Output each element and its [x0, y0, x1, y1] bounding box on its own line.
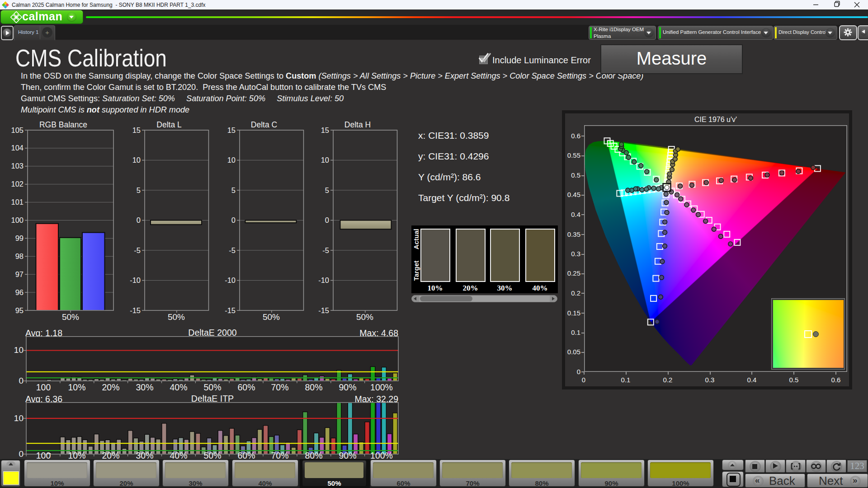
- svg-text:0: 0: [325, 216, 329, 224]
- svg-text:-15: -15: [318, 306, 329, 314]
- svg-text:98: 98: [15, 252, 24, 260]
- svg-text:15: 15: [227, 127, 235, 134]
- svg-text:101: 101: [11, 198, 24, 206]
- svg-text:96: 96: [15, 288, 24, 296]
- svg-text:-10: -10: [318, 276, 329, 284]
- svg-text:100: 100: [11, 216, 24, 224]
- svg-text:-10: -10: [130, 276, 141, 284]
- svg-text:-5: -5: [322, 246, 329, 254]
- svg-text:105: 105: [11, 127, 24, 134]
- svg-text:-10: -10: [225, 276, 236, 284]
- svg-text:-5: -5: [229, 246, 236, 254]
- svg-text:5: 5: [325, 186, 329, 194]
- svg-text:10: 10: [227, 156, 235, 164]
- svg-text:5: 5: [136, 186, 140, 194]
- svg-text:0: 0: [136, 216, 140, 224]
- svg-text:99: 99: [15, 234, 24, 242]
- svg-text:102: 102: [11, 180, 24, 188]
- svg-text:-15: -15: [130, 306, 141, 314]
- svg-text:10: 10: [321, 156, 329, 164]
- svg-text:97: 97: [15, 270, 24, 278]
- svg-text:15: 15: [132, 127, 140, 134]
- svg-text:-5: -5: [134, 246, 141, 254]
- svg-text:104: 104: [11, 144, 24, 152]
- svg-text:10: 10: [132, 156, 140, 164]
- svg-text:0: 0: [231, 216, 235, 224]
- svg-text:-15: -15: [225, 306, 236, 314]
- svg-text:5: 5: [231, 186, 235, 194]
- svg-text:95: 95: [15, 306, 24, 314]
- svg-text:15: 15: [321, 127, 329, 134]
- svg-text:103: 103: [11, 162, 24, 170]
